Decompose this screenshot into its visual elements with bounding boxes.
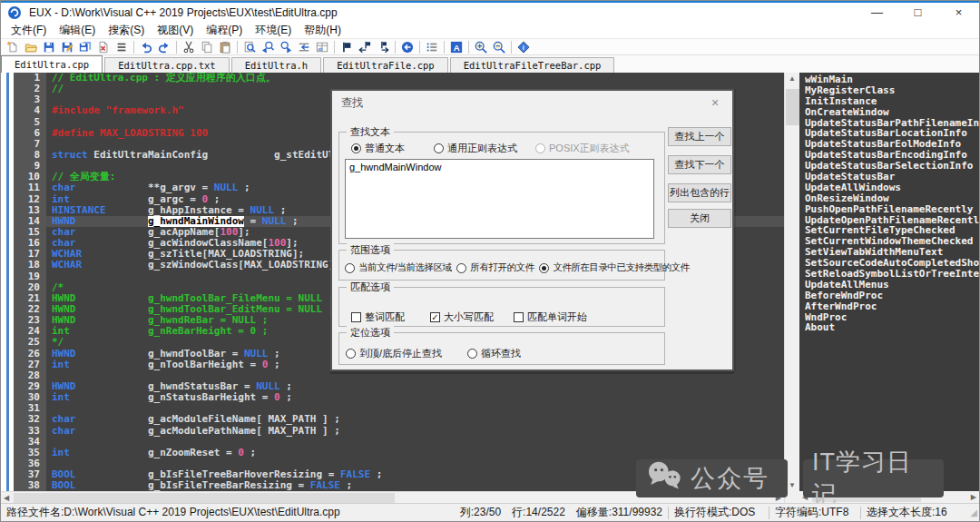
- code-line-28[interactable]: 28: [1, 370, 784, 381]
- back-icon[interactable]: [398, 39, 416, 54]
- radio-stop-at-end-label[interactable]: 到顶/底后停止查找: [359, 347, 442, 360]
- symbol-item[interactable]: OnCreateWindow: [805, 107, 979, 118]
- bookmark-next-icon[interactable]: [374, 39, 392, 54]
- symbol-item[interactable]: UpdateStatusBarLocationInfo: [805, 128, 979, 139]
- menu-item-3[interactable]: 视图(V): [151, 23, 200, 38]
- close-button[interactable]: ×: [938, 3, 979, 23]
- radio-regex[interactable]: [434, 143, 444, 153]
- symbol-list-hscrollbar[interactable]: ◀ ▶: [799, 491, 979, 503]
- symbol-item[interactable]: SetReloadSymbolListOrTreeInterva: [805, 269, 979, 280]
- checkbox-word-start[interactable]: [514, 312, 524, 322]
- scroll-up-icon[interactable]: ▲: [785, 74, 799, 83]
- menu-item-1[interactable]: 编辑(E): [53, 23, 102, 38]
- code-line-33[interactable]: 33char g_acModulePathName[ MAX_PATH ] ;: [1, 426, 784, 437]
- editor-vscrollbar[interactable]: ▲ ▼: [784, 73, 799, 503]
- symbol-item[interactable]: UpdateStatusBarEolModeInfo: [805, 139, 979, 150]
- radio-stop-at-end[interactable]: [346, 349, 356, 359]
- find-prev-icon[interactable]: [259, 39, 277, 54]
- bookmark-icon[interactable]: [338, 39, 356, 54]
- code-line-36[interactable]: 36: [1, 458, 784, 469]
- menu-item-4[interactable]: 编程(P): [200, 23, 249, 38]
- symbol-item[interactable]: UpdateAllMenus: [805, 280, 979, 291]
- checkbox-whole-word-label[interactable]: 整词匹配: [365, 310, 405, 324]
- about-icon[interactable]: i: [514, 39, 533, 54]
- radio-regex-label[interactable]: 通用正则表达式: [447, 142, 517, 155]
- code-line-38[interactable]: 38BOOL g_bIsFileTreeBarResizing = FALSE …: [1, 480, 784, 491]
- symbol-item[interactable]: SetCurrentWindowThemeChecked: [805, 236, 979, 247]
- symbol-item[interactable]: SetSourceCodeAutoCompletedShowAf: [805, 258, 979, 269]
- redo-icon[interactable]: [155, 39, 173, 54]
- undo-icon[interactable]: [137, 39, 155, 54]
- replace-in-files-icon[interactable]: ab: [313, 39, 331, 54]
- radio-wrap-search[interactable]: [467, 349, 477, 359]
- scroll-right-icon[interactable]: ▶: [776, 492, 781, 503]
- symbol-item[interactable]: BeforeWndProc: [805, 291, 979, 301]
- checkbox-word-start-label[interactable]: 匹配单词开始: [527, 310, 587, 324]
- scroll-left-icon[interactable]: ◀: [4, 492, 9, 503]
- code-line-29[interactable]: 29HWND g_hwndStatusBar = NULL ;: [1, 381, 784, 392]
- checkbox-match-case-label[interactable]: 大小写匹配: [444, 310, 494, 324]
- symbol-item[interactable]: UpdateOpenPathFilenameRecently: [805, 215, 979, 226]
- list-lines-button[interactable]: 列出包含的行: [668, 183, 731, 202]
- symbol-item[interactable]: SetViewTabWidthMenuText: [805, 247, 979, 258]
- radio-normal-text-label[interactable]: 普通文本: [365, 142, 405, 155]
- close-find-button[interactable]: 关闭: [668, 209, 731, 228]
- file-list-icon[interactable]: [113, 39, 131, 54]
- code-line-1[interactable]: 1// EditUltra.cpp : 定义应用程序的入口点。: [1, 73, 784, 84]
- code-line-31[interactable]: 31: [1, 403, 784, 414]
- cut-icon[interactable]: [180, 39, 198, 54]
- symbol-item[interactable]: UpdateStatusBarPathFilenameInfo: [805, 118, 979, 129]
- symbol-item[interactable]: MyRegisterClass: [805, 85, 979, 96]
- radio-wrap-search-label[interactable]: 循环查找: [481, 347, 521, 360]
- zoom-out-icon[interactable]: [490, 39, 508, 54]
- symbol-item[interactable]: UpdateStatusBar: [805, 172, 979, 182]
- radio-normal-text[interactable]: [351, 143, 361, 153]
- maximize-button[interactable]: □: [897, 3, 938, 23]
- symbol-item[interactable]: AfterWndProc: [805, 301, 979, 312]
- bookmark-prev-icon[interactable]: [356, 39, 374, 54]
- tab-EditUltra.h[interactable]: EditUltra.h: [231, 57, 322, 73]
- task-list-icon[interactable]: [423, 39, 441, 54]
- vscroll-thumb[interactable]: [786, 89, 799, 125]
- scroll-left-icon[interactable]: ◀: [802, 491, 808, 503]
- symbol-item[interactable]: UpdateStatusBarEncodingInfo: [805, 150, 979, 161]
- radio-scope-current-label[interactable]: 当前文件/当前选择区域: [358, 261, 451, 274]
- radio-scope-directory-label[interactable]: 文件所在目录中已支持类型的文件: [553, 261, 689, 274]
- dialog-close-icon[interactable]: ×: [707, 95, 723, 110]
- syntax-color-icon[interactable]: A: [447, 39, 466, 54]
- menu-item-2[interactable]: 搜索(S): [102, 23, 151, 38]
- zoom-in-icon[interactable]: [472, 39, 490, 54]
- symbol-item[interactable]: InitInstance: [805, 96, 979, 107]
- radio-scope-current[interactable]: [345, 263, 355, 273]
- hscroll-thumb[interactable]: [812, 492, 921, 502]
- menu-item-0[interactable]: 文件(F): [5, 23, 53, 38]
- code-line-30[interactable]: 30int g_nStatusBarHeight = 0 ;: [1, 392, 784, 403]
- radio-scope-open[interactable]: [456, 263, 466, 273]
- symbol-item[interactable]: SetCurrentFileTypeChecked: [805, 225, 979, 236]
- search-input[interactable]: g_hwndMainWindow: [345, 159, 654, 239]
- scroll-right-icon[interactable]: ▶: [971, 491, 976, 503]
- tab-EditUltra.cpp[interactable]: EditUltra.cpp: [1, 55, 103, 73]
- code-line-37[interactable]: 37BOOL g_bIsFileTreeBarHoverResizing = F…: [1, 469, 784, 480]
- find-dialog-titlebar[interactable]: 查找 ×: [332, 91, 732, 114]
- editor-hscrollbar[interactable]: ◀ ▶: [1, 491, 784, 503]
- symbol-item[interactable]: OnResizeWindow: [805, 193, 979, 204]
- symbol-item[interactable]: wWinMain: [805, 74, 979, 85]
- menu-item-5[interactable]: 环境(E): [249, 23, 298, 38]
- open-file-icon[interactable]: [22, 39, 40, 54]
- code-line-34[interactable]: 34: [1, 437, 784, 448]
- goto-icon[interactable]: [295, 39, 313, 54]
- radio-scope-open-label[interactable]: 所有打开的文件: [470, 261, 534, 274]
- symbol-item[interactable]: PushOpenPathFilenameRecently: [805, 204, 979, 215]
- code-line-35[interactable]: 35int g_nZoomReset = 0 ;: [1, 448, 784, 458]
- paste-icon[interactable]: [216, 39, 234, 54]
- find-icon[interactable]: [240, 39, 259, 54]
- save-icon[interactable]: [40, 39, 58, 54]
- tab-EditUltra.cpp.txt[interactable]: EditUltra.cpp.txt: [104, 57, 229, 73]
- symbol-item[interactable]: About: [805, 322, 979, 333]
- checkbox-whole-word[interactable]: [351, 312, 361, 322]
- close-file-icon[interactable]: [94, 39, 113, 54]
- symbol-list[interactable]: wWinMainMyRegisterClassInitInstanceOnCre…: [799, 73, 979, 491]
- resize-grip[interactable]: ◢: [968, 507, 979, 517]
- symbol-item[interactable]: WndProc: [805, 312, 979, 323]
